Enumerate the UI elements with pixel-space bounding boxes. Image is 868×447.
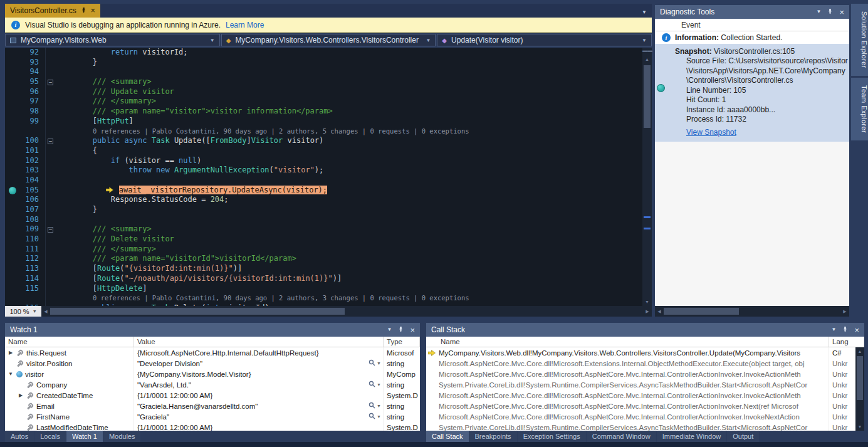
column-header-type[interactable]: Type xyxy=(384,337,420,347)
column-header-value[interactable]: Value xyxy=(134,337,384,347)
diagnostics-horizontal-scrollbar[interactable]: ◀ ▶ xyxy=(655,306,849,317)
breakpoint-margin[interactable] xyxy=(5,195,21,205)
code-line[interactable]: 92 return visitorId; xyxy=(5,48,652,58)
bottom-tab-watch-1[interactable]: Watch 1 xyxy=(66,431,103,442)
breakpoint-margin[interactable] xyxy=(5,166,21,176)
code-line[interactable]: 104 xyxy=(5,176,652,186)
code-line[interactable]: 110 /// Delete visitor xyxy=(5,234,652,245)
breakpoint-margin[interactable] xyxy=(5,136,21,146)
watch-row[interactable]: LastModifiedDateTime{1/1/0001 12:00:00 A… xyxy=(5,422,420,431)
watch-value-cell[interactable]: {MyCompany.Visitors.Model.Visitor} xyxy=(134,369,384,379)
splitter-grip-icon[interactable]: ▬▬ xyxy=(642,48,652,55)
code-line[interactable]: 98 /// <param name="visitor">visitor inf… xyxy=(5,107,652,117)
fold-margin[interactable] xyxy=(45,117,56,127)
collapse-icon[interactable]: − xyxy=(48,80,53,85)
watch-row[interactable]: FirstName"Graciela"▼string xyxy=(5,411,420,422)
breakpoint-margin[interactable] xyxy=(5,176,21,186)
code-line[interactable]: 115 [HttpDelete] xyxy=(5,284,652,294)
watch-value-cell[interactable]: "Graciela.Hansen@vanarsdelltd.com"▼ xyxy=(134,401,384,411)
breakpoint-margin[interactable] xyxy=(5,58,21,68)
code-line[interactable]: 94 xyxy=(5,67,652,77)
watch-row[interactable]: Company"VanArsdel, Ltd."▼string xyxy=(5,379,420,390)
breakpoint-margin[interactable] xyxy=(5,245,21,255)
fold-margin[interactable] xyxy=(45,146,56,156)
callstack-row[interactable]: Microsoft.AspNetCore.Mvc.Core.dll!Micros… xyxy=(426,411,864,422)
code-line[interactable]: 107 } xyxy=(5,205,652,215)
bottom-tab-exception-settings[interactable]: Exception Settings xyxy=(518,431,586,442)
code-line[interactable]: 111 /// </summary> xyxy=(5,245,652,255)
fold-margin[interactable] xyxy=(45,264,56,274)
breakpoint-margin[interactable] xyxy=(5,117,21,127)
callstack-title-bar[interactable]: Call Stack ▼ × xyxy=(426,323,864,337)
code-line[interactable]: 114 [Route("~/noauth/api/visitors/{visit… xyxy=(5,274,652,284)
scroll-down-icon[interactable]: ▼ xyxy=(855,423,864,431)
document-tab[interactable]: VisitorsController.cs × xyxy=(5,4,100,18)
bottom-tab-output[interactable]: Output xyxy=(727,431,759,442)
callstack-vertical-scrollbar[interactable]: ▲ ▼ xyxy=(855,347,864,431)
scrollbar-thumb[interactable] xyxy=(50,308,345,315)
code-line[interactable]: 105 await _visitorRepository.UpdateAsync… xyxy=(5,186,652,196)
breakpoint-margin[interactable] xyxy=(5,87,21,97)
magnifier-icon[interactable] xyxy=(369,413,375,421)
fold-margin[interactable] xyxy=(45,293,56,303)
window-position-chevron-icon[interactable]: ▼ xyxy=(831,327,836,332)
column-header-name[interactable]: Name xyxy=(5,337,134,347)
code-line[interactable]: 99 [HttpPut] xyxy=(5,117,652,127)
code-line[interactable]: 113 [Route("{visitorId:int:min(1)}")] xyxy=(5,264,652,274)
bottom-tab-command-window[interactable]: Command Window xyxy=(587,431,656,442)
breakpoint-margin[interactable] xyxy=(5,205,21,215)
fold-margin[interactable] xyxy=(45,245,56,255)
fold-margin[interactable] xyxy=(45,166,56,176)
editor-vertical-scrollbar[interactable]: ▬▬ ▲ ▼ xyxy=(642,48,652,306)
fold-margin[interactable] xyxy=(45,156,56,166)
fold-margin[interactable] xyxy=(45,284,56,294)
breakpoint-margin[interactable] xyxy=(5,127,21,137)
breakpoint-margin[interactable] xyxy=(5,254,21,264)
bottom-tab-immediate-window[interactable]: Immediate Window xyxy=(657,431,727,442)
scrollbar-thumb[interactable] xyxy=(857,356,863,400)
fold-margin[interactable] xyxy=(45,67,56,77)
bottom-tab-modules[interactable]: Modules xyxy=(103,431,141,442)
scroll-left-icon[interactable]: ◀ xyxy=(655,309,664,314)
window-position-chevron-icon[interactable]: ▼ xyxy=(816,9,821,14)
chevron-down-icon[interactable]: ▼ xyxy=(377,404,381,408)
bottom-tab-autos[interactable]: Autos xyxy=(5,431,34,442)
scroll-left-icon[interactable]: ◀ xyxy=(41,309,50,314)
code-editor[interactable]: 92 return visitorId;93 }9495− /// <summa… xyxy=(5,48,652,306)
fold-margin[interactable] xyxy=(45,186,56,196)
fold-margin[interactable] xyxy=(45,58,56,68)
watch-value-cell[interactable]: {1/1/0001 12:00:00 AM} xyxy=(134,390,384,401)
callstack-row[interactable]: Microsoft.AspNetCore.Mvc.Core.dll!Micros… xyxy=(426,369,864,379)
fold-margin[interactable]: − xyxy=(45,77,56,87)
scroll-right-icon[interactable]: ▶ xyxy=(643,309,652,314)
chevron-down-icon[interactable]: ▼ xyxy=(377,414,381,419)
fold-margin[interactable] xyxy=(45,97,56,107)
chevron-down-icon[interactable]: ▼ xyxy=(377,361,381,365)
window-position-chevron-icon[interactable]: ▼ xyxy=(387,327,392,332)
view-snapshot-link[interactable]: View Snapshot xyxy=(655,128,849,137)
bottom-tab-breakpoints[interactable]: Breakpoints xyxy=(469,431,517,442)
watch-row[interactable]: ▶CreatedDateTime{1/1/0001 12:00:00 AM}Sy… xyxy=(5,390,420,401)
watch-value-cell[interactable]: {1/1/0001 12:00:00 AM} xyxy=(134,422,384,431)
fold-margin[interactable] xyxy=(45,254,56,264)
breakpoint-margin[interactable] xyxy=(5,186,21,196)
breakpoint-margin[interactable] xyxy=(5,77,21,87)
editor-horizontal-scrollbar[interactable]: 100 % ▼ ◀ ▶ xyxy=(5,306,652,317)
event-info-row[interactable]: i Information: Collection Started. xyxy=(655,31,849,44)
pin-icon[interactable] xyxy=(398,326,404,334)
member-dropdown[interactable]: ◆ Update(Visitor visitor) ▼ xyxy=(437,34,652,46)
chevron-down-icon[interactable]: ▼ xyxy=(377,382,381,387)
callstack-row[interactable]: MyCompany.Visitors.Web.dll!MyCompany.Vis… xyxy=(426,347,864,358)
watch-row[interactable]: ▶this.Request{Microsoft.AspNetCore.Http.… xyxy=(5,347,420,358)
code-line[interactable]: 108 xyxy=(5,215,652,225)
snapshot-event-block[interactable]: Snapshot: VisitorsController.cs:105 Sour… xyxy=(655,44,849,142)
scrollbar-thumb[interactable] xyxy=(664,308,739,315)
breakpoint-margin[interactable] xyxy=(5,156,21,166)
watch-row[interactable]: visitor.Position"Developer Division"▼str… xyxy=(5,358,420,369)
watch-row[interactable]: Email"Graciela.Hansen@vanarsdelltd.com"▼… xyxy=(5,401,420,411)
expander-icon[interactable]: ▶ xyxy=(18,392,24,398)
expander-icon[interactable]: ▼ xyxy=(8,371,14,377)
diagnostics-title-bar[interactable]: Diagnostic Tools ▼ × xyxy=(655,5,849,19)
breakpoint-margin[interactable] xyxy=(5,234,21,245)
scrollbar-thumb[interactable] xyxy=(644,65,651,128)
